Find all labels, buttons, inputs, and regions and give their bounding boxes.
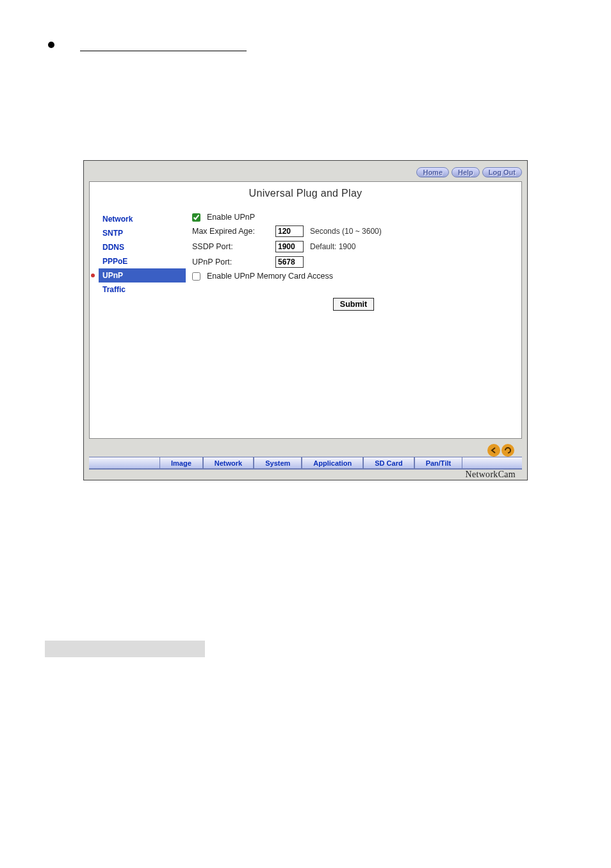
tab-pantilt[interactable]: Pan/Tilt: [414, 457, 463, 468]
ssdp-port-label: SSDP Port:: [192, 242, 269, 251]
sidebar-item-traffic[interactable]: Traffic: [99, 283, 186, 297]
tab-sdcard[interactable]: SD Card: [363, 457, 414, 468]
enable-upnp-checkbox[interactable]: [192, 213, 200, 222]
home-button[interactable]: Home: [416, 167, 449, 177]
max-expired-hint: Seconds (10 ~ 3600): [310, 227, 382, 236]
underline-placeholder: [80, 38, 247, 51]
refresh-icon[interactable]: [501, 444, 514, 457]
tab-system[interactable]: System: [254, 457, 302, 468]
max-expired-label: Max Expired Age:: [192, 227, 269, 236]
sidebar-item-ddns[interactable]: DDNS: [99, 240, 186, 254]
ssdp-port-hint: Default: 1900: [310, 242, 355, 251]
enable-memcard-checkbox[interactable]: [192, 272, 200, 281]
max-expired-input[interactable]: [275, 225, 304, 237]
upnp-port-input[interactable]: [275, 256, 304, 268]
help-button[interactable]: Help: [452, 167, 480, 177]
brand-label: NetworkCam: [466, 470, 516, 480]
enable-memcard-label: Enable UPnP Memory Card Access: [207, 272, 333, 281]
screenshot-panel: Home Help Log Out Universal Plug and Pla…: [83, 160, 528, 480]
ssdp-port-input[interactable]: [275, 241, 304, 252]
upnp-port-label: UPnP Port:: [192, 258, 269, 266]
logout-button[interactable]: Log Out: [482, 167, 522, 177]
submit-button[interactable]: Submit: [333, 298, 374, 311]
active-indicator-icon: [91, 274, 95, 277]
sidebar-item-upnp[interactable]: UPnP: [99, 268, 186, 283]
tab-network[interactable]: Network: [203, 457, 254, 468]
bottom-tabs: Image Network System Application SD Card…: [89, 457, 522, 470]
back-icon[interactable]: [487, 444, 500, 457]
refresh-arrow-icon: [503, 446, 512, 455]
tab-image[interactable]: Image: [159, 457, 203, 468]
sidebar-item-network[interactable]: Network: [99, 212, 186, 226]
faded-bar: [45, 641, 205, 657]
sidebar-item-label: UPnP: [102, 271, 123, 280]
page-title: Universal Plug and Play: [90, 182, 521, 208]
arrow-left-icon: [489, 446, 498, 455]
sidebar: Network SNTP DDNS PPPoE UPnP Traffic: [90, 208, 186, 313]
tab-application[interactable]: Application: [302, 457, 363, 468]
enable-upnp-label: Enable UPnP: [207, 213, 255, 222]
sidebar-item-pppoe[interactable]: PPPoE: [99, 254, 186, 268]
bullet-icon: [48, 42, 54, 48]
sidebar-item-sntp[interactable]: SNTP: [99, 226, 186, 240]
bullet-header: [45, 38, 566, 51]
